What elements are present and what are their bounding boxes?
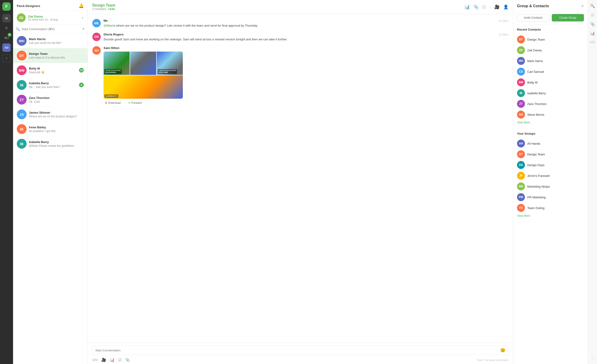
conv-name: Betty M [29, 67, 77, 70]
attachment-icon[interactable]: 📎 [473, 4, 479, 9]
emoji-icon[interactable]: 😊 [500, 348, 505, 353]
conv-name: James Skinner [29, 111, 84, 114]
view-more-contacts[interactable]: View More [517, 120, 584, 125]
user-info: Zak Davey On leave from 10 - 15 Aug [28, 15, 58, 21]
conv-name: Irene Bailey [29, 126, 84, 129]
chat-add-members[interactable]: +Add [108, 8, 115, 11]
group-avatar: MN [517, 182, 525, 190]
conv-item-zara-thornton[interactable]: ZT Zara Thornton Ok. Cool [13, 92, 87, 107]
conv-item-isabella-barry-2[interactable]: IB Isabella Barry @Mark Please review th… [13, 136, 87, 151]
more-options-icon[interactable]: ⋯ [591, 356, 594, 360]
video-toolbar-icon[interactable]: 🎥 [102, 358, 106, 362]
conv-item-isabella-barry[interactable]: IB Isabella Barry Ok... See you soon the… [13, 78, 87, 92]
check-toolbar-icon[interactable]: ☑ [118, 358, 121, 362]
group-item-marketing-ninjas[interactable]: MN Marketing Ninjas [517, 181, 584, 192]
contact-item-steve-morris[interactable]: SM Steve Morris [517, 109, 584, 120]
group-item-design-days[interactable]: DD Design Days [517, 160, 584, 170]
video-icon[interactable]: 🎥 [494, 4, 500, 9]
conv-preview: @Mark Please review the guidelines [29, 144, 84, 148]
search-rail-icon[interactable]: 🔍 [590, 4, 595, 8]
contact-name: Steve Morris [527, 113, 544, 116]
conv-item-design-team[interactable]: DT Design Team Lets meet at 3 to discuss… [13, 48, 87, 63]
person-add-icon[interactable]: 👤 [503, 4, 508, 9]
download-button[interactable]: ⬇ Download [103, 101, 122, 105]
group-item-all-hands[interactable]: AH All Hands [517, 138, 584, 149]
image-grid: TATRA MOUNTAINS SLOVAKIA LANDMANNALAUGAR… [103, 52, 183, 99]
msg-header: Gloria Rogers 12:16pm [103, 33, 508, 36]
conv-avatar-betty-m: BM [17, 65, 27, 75]
contact-item-isabella-barry[interactable]: IB Isabella Barry [517, 88, 584, 98]
group-item-pr-marketing[interactable]: PM PR Marketing [517, 192, 584, 203]
image-cell-iceland[interactable]: LANDMANNALAUGAR ICELAND [157, 52, 183, 75]
contact-avatar: MH [517, 57, 525, 65]
conv-avatar-design-team: DT [17, 51, 27, 60]
invite-contacts-button[interactable]: Invite Contacts [517, 14, 550, 22]
view-more-groups[interactable]: View More [517, 213, 584, 218]
contact-item-carl-samuel[interactable]: CS Carl Samuel [517, 66, 584, 77]
msg-time: 12:16pm [498, 33, 508, 36]
notification-bell-icon[interactable]: 🔔 [79, 3, 84, 8]
chat-members-count: 3 members [92, 8, 106, 11]
chat-input-area: 😊 </> 🎥 📊 ☑ 📎 Type '/' for quick command… [88, 342, 513, 364]
chart-icon[interactable]: 📊 [464, 4, 470, 9]
user-name: Zak Davey [28, 15, 58, 18]
msg-sender-name: Gloria Rogers [103, 33, 124, 36]
contact-item-mark-harris[interactable]: MH Mark Harris [517, 55, 584, 66]
search-input[interactable] [22, 27, 80, 31]
conv-preview: Where are we on the product designs? [29, 115, 84, 118]
group-item-team-outing[interactable]: TO Team Outing [517, 203, 584, 213]
message-input[interactable] [95, 348, 498, 352]
chat-header: Design Team 3 members +Add 📊 📎 ☑ | 🎥 👤 [88, 0, 513, 14]
sidebar: Flock Designers 🔔 ZD Zak Davey On leave … [13, 0, 88, 364]
message-sam: SH Sam Hilton TATRA MOUNTAINS SLOVAKIA [92, 46, 508, 105]
create-group-button[interactable]: Create Group [552, 14, 584, 22]
contact-item-betty-m[interactable]: BM Betty M [517, 77, 584, 88]
conv-item-betty-m[interactable]: BM Betty M Good job 👋 15 [13, 63, 87, 78]
msg-time: 12:15pm [498, 19, 508, 22]
contact-item-design-team[interactable]: DT Design Team [517, 34, 584, 45]
paperclip-rail-icon[interactable]: 📎 [590, 22, 595, 26]
contact-avatar: CS [517, 68, 525, 76]
conv-name: Zara Thornton [29, 96, 84, 100]
check-rail-icon[interactable]: ☑ [591, 13, 594, 17]
chart-toolbar-icon[interactable]: 📊 [110, 358, 115, 362]
group-item-jimmis-farewell[interactable]: JF Jimmi's Farewell [517, 170, 584, 181]
user-profile[interactable]: ZD Zak Davey On leave from 10 - 15 Aug ▼ [13, 11, 87, 25]
image-cell-center[interactable] [130, 52, 156, 75]
contact-item-zak-davey[interactable]: ZD Zak Davey [517, 45, 584, 55]
conv-avatar-isabella-2: IB [17, 139, 27, 149]
code-rail-icon[interactable]: </> [590, 40, 595, 44]
conv-content: Design Team Lets meet at 3 to discuss th… [29, 52, 84, 59]
contact-name: Zara Thornton [527, 102, 546, 106]
contact-item-zara-thornton[interactable]: ZT Zara Thornton [517, 98, 584, 109]
rail-item-2[interactable]: ⌘2 8 [2, 34, 11, 42]
attachment-toolbar-icon[interactable]: 📎 [125, 358, 130, 362]
msg-header: Me 12:15pm [103, 19, 508, 22]
group-item-design-team[interactable]: DT Design Team [517, 149, 584, 160]
message-me: ME Me 12:15pm @Gloria where are we on th… [92, 19, 508, 28]
checkbox-icon[interactable]: ☑ [482, 4, 486, 9]
image-cell-slovakia[interactable]: TATRA MOUNTAINS SLOVAKIA [103, 52, 130, 75]
conv-item-james-skinner[interactable]: JS James Skinner Where are we on the pro… [13, 107, 87, 122]
conv-name: Isabella Barry [29, 81, 77, 85]
code-icon[interactable]: </> [92, 358, 98, 362]
close-icon[interactable]: ✕ [581, 4, 584, 8]
chat-title: Design Team [92, 3, 115, 8]
msg-avatar-sam: SH [92, 46, 101, 55]
conv-item-irene-bailey[interactable]: IB Irene Bailey No problem! I got this. [13, 122, 87, 136]
chart-rail-icon[interactable]: 📊 [590, 31, 595, 35]
rail-add-button[interactable]: + [2, 54, 11, 63]
your-groups-section: Your Groups AH All Hands DT Design Team … [513, 129, 588, 222]
image-cell-sorrento[interactable]: SORRENTO [103, 75, 183, 99]
app-logo[interactable]: F [2, 2, 11, 11]
forward-button[interactable]: ↪ Forward [127, 101, 143, 105]
new-conversation-icon[interactable]: + [82, 27, 85, 32]
rail-item-gd[interactable]: GD [2, 43, 11, 52]
conv-item-mark-harris[interactable]: MH Mark Harris Can you send me the file? [13, 34, 87, 48]
group-name: All Hands [527, 142, 540, 145]
rail-item-d[interactable]: D [2, 24, 11, 32]
download-icon: ⬇ [105, 101, 107, 104]
rail-item-m[interactable]: M [2, 14, 11, 22]
input-hint: Type '/' for quick commands [477, 359, 508, 361]
group-avatar: DD [517, 161, 525, 169]
